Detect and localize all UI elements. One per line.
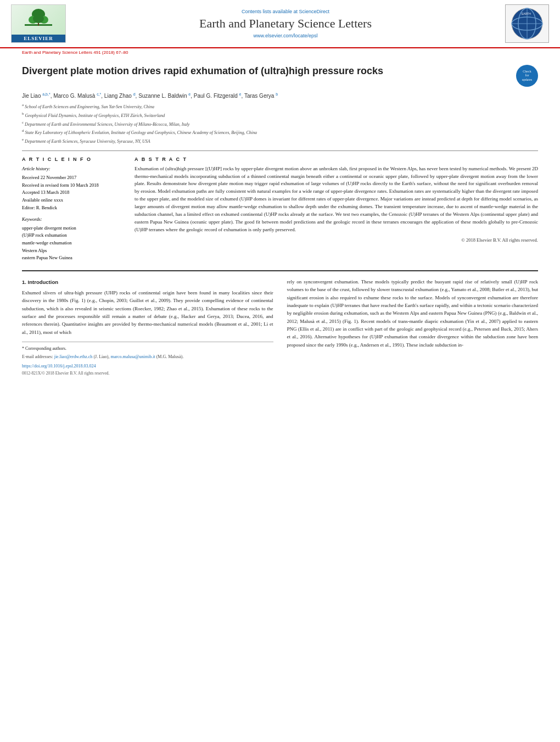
journal-header: ELSEVIER Contents lists available at Sci… <box>0 0 560 48</box>
journal-citation: Earth and Planetary Science Letters 491 … <box>0 48 560 57</box>
title-section: Divergent plate motion drives rapid exhu… <box>22 65 538 87</box>
keyword-3: mantle-wedge exhumation <box>22 239 124 247</box>
sciencedirect-text: Contents lists available at ScienceDirec… <box>77 9 494 14</box>
keyword-5: eastern Papua New Guinea <box>22 254 124 262</box>
keyword-4: Western Alps <box>22 247 124 255</box>
available-online: Available online xxxx <box>22 197 124 204</box>
abstract-header: A B S T R A C T <box>135 157 538 162</box>
issn-line: 0012-821X/© 2018 Elsevier B.V. All right… <box>22 370 273 377</box>
journal-title-area: Contents lists available at ScienceDirec… <box>66 9 505 38</box>
abstract-column: A B S T R A C T Exhumation of (ultra)hig… <box>135 157 538 262</box>
article-body: Divergent plate motion drives rapid exhu… <box>0 57 560 385</box>
keyword-2: (U)HP rock exhumation <box>22 232 124 239</box>
keywords-block: Keywords: upper-plate divergent motion (… <box>22 216 124 262</box>
history-header: Article history: <box>22 165 124 173</box>
footer-area: * Corresponding authors. E-mail addresse… <box>22 342 273 361</box>
abstract-text: Exhumation of (ultra)high pressure [(U)H… <box>135 165 538 234</box>
main-text-area: 1. Introduction Exhumed slivers of ultra… <box>22 270 538 377</box>
svg-text:EARTH: EARTH <box>522 12 531 15</box>
main-two-columns: 1. Introduction Exhumed slivers of ultra… <box>22 278 538 377</box>
intro-paragraph-2: rely on synconvergent exhumation. These … <box>287 278 539 349</box>
email-addresses: E-mail addresses: jie.liao@erdw.ethz.ch … <box>22 354 273 361</box>
check-for-updates-badge: Check for updates <box>516 65 538 87</box>
keywords-header: Keywords: <box>22 216 124 224</box>
affiliations-list: a School of Earth Sciences and Engineeri… <box>22 102 538 144</box>
affiliation-d: d State Key Laboratory of Lithospheric E… <box>22 128 538 136</box>
journal-logo: EARTH <box>505 4 549 43</box>
email-link-2[interactable]: marco.malusa@unimib.it <box>110 354 155 359</box>
article-title: Divergent plate motion drives rapid exhu… <box>22 65 511 77</box>
intro-paragraph-1: Exhumed slivers of ultra-high pressure (… <box>22 289 273 336</box>
received-date: Received 22 November 2017 <box>22 174 124 182</box>
journal-url[interactable]: www.elsevier.com/locate/epsl <box>77 33 494 38</box>
corresponding-authors-note: * Corresponding authors. <box>22 345 273 353</box>
section-1-heading: 1. Introduction <box>22 278 273 286</box>
main-text-right-col: rely on synconvergent exhumation. These … <box>287 278 539 377</box>
copyright-notice: © 2018 Elsevier B.V. All rights reserved… <box>135 237 538 243</box>
affiliation-e: e Department of Earth Sciences, Syracuse… <box>22 137 538 145</box>
svg-point-5 <box>33 14 44 23</box>
article-history: Article history: Received 22 November 20… <box>22 165 124 212</box>
info-abstract-columns: A R T I C L E I N F O Article history: R… <box>22 157 538 262</box>
article-info-column: A R T I C L E I N F O Article history: R… <box>22 157 124 262</box>
authors-list: Jie Liao a,b,*, Marco G. Malusà c,*, Lia… <box>22 92 538 99</box>
affiliation-a: a School of Earth Sciences and Engineeri… <box>22 102 538 110</box>
main-text-left-col: 1. Introduction Exhumed slivers of ultra… <box>22 278 273 377</box>
section-divider <box>22 150 538 151</box>
accepted-date: Accepted 13 March 2018 <box>22 189 124 197</box>
keyword-1: upper-plate divergent motion <box>22 225 124 232</box>
elsevier-logo: ELSEVIER <box>11 4 66 43</box>
editor-info: Editor: R. Bendick <box>22 204 124 212</box>
affiliation-c: c Department of Earth and Environmental … <box>22 120 538 128</box>
article-info-header: A R T I C L E I N F O <box>22 157 124 162</box>
revised-date: Received in revised form 10 March 2018 <box>22 182 124 189</box>
elsevier-brand-text: ELSEVIER <box>12 35 65 42</box>
doi-link[interactable]: https://doi.org/10.1016/j.epsl.2018.03.0… <box>22 363 273 370</box>
affiliation-b: b Geophysical Fluid Dynamics, Institute … <box>22 111 538 119</box>
journal-title: Earth and Planetary Science Letters <box>77 16 494 31</box>
email-link-1[interactable]: jie.liao@erdw.ethz.ch <box>54 354 93 359</box>
